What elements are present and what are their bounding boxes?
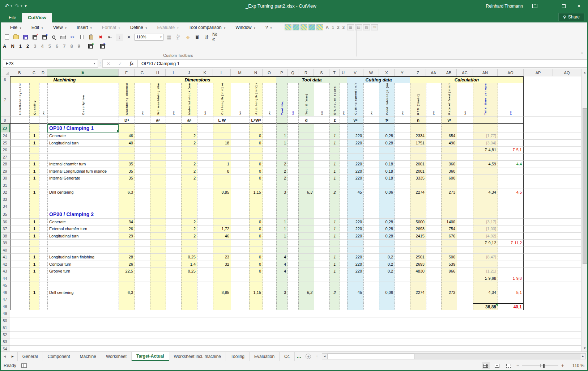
cell-S43[interactable] [314, 268, 329, 275]
field-header-D[interactable]: >= [39, 83, 47, 117]
cell-W27[interactable] [363, 154, 379, 161]
unit-header-S[interactable] [314, 117, 329, 124]
close-view-icon[interactable]: ✕ [125, 34, 133, 41]
cell-Q38[interactable] [287, 233, 298, 240]
cell-H30[interactable] [150, 175, 166, 182]
cell-V42[interactable]: 220 [347, 261, 363, 268]
cell-Z43[interactable]: 4830 [410, 268, 426, 275]
cell-AP47[interactable] [524, 296, 553, 303]
cell-B25[interactable] [10, 140, 29, 147]
cell-V49[interactable] [347, 310, 363, 317]
cell-Y52[interactable] [395, 332, 410, 339]
cell-E45[interactable] [47, 282, 119, 289]
cell-P23[interactable] [276, 124, 287, 132]
unit-header-V[interactable]: vc [347, 117, 363, 124]
cell-C24[interactable]: 1 [29, 132, 39, 140]
cell-C43[interactable]: 1 [29, 268, 39, 275]
cell-D33[interactable] [39, 196, 47, 203]
cell-AQ45[interactable] [553, 282, 581, 289]
unit-header-AQ[interactable] [553, 117, 581, 124]
cell-U38[interactable] [340, 233, 347, 240]
customize-qat-icon[interactable]: ▾̲ [23, 4, 29, 8]
cell-X53[interactable] [379, 338, 395, 346]
cell-N51[interactable] [249, 324, 263, 332]
cell-R32[interactable]: 6,3 [298, 189, 314, 196]
cell-I26[interactable] [166, 147, 181, 154]
cell-E25[interactable]: Longitudinal turn [47, 140, 119, 147]
cell-O53[interactable] [263, 338, 276, 346]
cell-M26[interactable] [231, 147, 249, 154]
cell-X50[interactable] [379, 317, 395, 325]
cell-K37[interactable] [197, 225, 213, 233]
calculator-icon[interactable]: ▦ [165, 34, 173, 41]
cell-AQ43[interactable] [553, 268, 581, 275]
cell-W46[interactable] [363, 289, 379, 296]
cell-N38[interactable]: 0 [249, 233, 263, 240]
cell-I40[interactable] [166, 247, 181, 254]
cell-Q46[interactable] [287, 289, 298, 296]
cell-K34[interactable] [197, 203, 213, 210]
cell-W37[interactable] [363, 225, 379, 233]
ribbon-display-options-icon[interactable] [529, 1, 541, 12]
cell-L29[interactable]: 8 [213, 168, 231, 175]
cell-AQ31[interactable] [553, 182, 581, 189]
cell-AO33[interactable] [498, 196, 524, 203]
cell-U23[interactable] [340, 124, 347, 132]
cell-Q23[interactable] [287, 124, 298, 132]
cell-AQ29[interactable] [553, 168, 581, 175]
cell-P52[interactable] [276, 332, 287, 339]
cell-G40[interactable] [135, 247, 150, 254]
cell-J33[interactable] [181, 196, 197, 203]
column-header-N[interactable]: N [249, 69, 263, 76]
cell-C35[interactable] [29, 210, 39, 219]
row-header-46[interactable]: 46 [0, 289, 10, 296]
cell-T44[interactable] [329, 275, 340, 282]
cell-V30[interactable]: 220 [347, 175, 363, 182]
cell-AQ50[interactable] [553, 317, 581, 325]
cell-C54[interactable] [29, 346, 39, 352]
cell-W36[interactable] [363, 219, 379, 226]
cell-T26[interactable] [329, 147, 340, 154]
cell-AQ6[interactable] [553, 76, 581, 83]
field-header-F[interactable]: Machining dimension [mm] [119, 83, 135, 117]
cell-F24[interactable]: 46 [119, 132, 135, 140]
cell-AQ52[interactable] [553, 332, 581, 339]
cell-P30[interactable]: 2 [276, 175, 287, 182]
cell-I28[interactable] [166, 161, 181, 168]
cell-X38[interactable]: 0,28 [379, 233, 395, 240]
select-all-corner[interactable] [0, 69, 10, 76]
cell-M49[interactable] [231, 310, 249, 317]
export-file-icon[interactable]: ↘ [41, 34, 48, 41]
cell-U27[interactable] [340, 154, 347, 161]
cell-AN36[interactable]: [3,17] [473, 219, 498, 226]
cell-Y23[interactable] [395, 124, 410, 132]
tab-overflow[interactable]: ... [295, 352, 304, 361]
cell-W35[interactable] [363, 210, 379, 219]
cell-Q36[interactable] [287, 219, 298, 226]
cell-N44[interactable] [249, 275, 263, 282]
cell-AN42[interactable] [473, 261, 498, 268]
cell-N45[interactable] [249, 282, 263, 289]
cell-M44[interactable] [231, 275, 249, 282]
cell-J36[interactable]: 2 [181, 219, 197, 226]
cell-R53[interactable] [298, 338, 314, 346]
cell-Y31[interactable] [395, 182, 410, 189]
cell-C45[interactable] [29, 282, 39, 289]
unit-header-H[interactable]: ae [150, 117, 166, 124]
field-header-AP[interactable] [524, 83, 553, 117]
cell-N30[interactable]: 0 [249, 175, 263, 182]
cell-L39[interactable] [213, 240, 231, 247]
cell-AQ40[interactable] [553, 247, 581, 254]
cell-P28[interactable]: 2 [276, 161, 287, 168]
cell-Z29[interactable]: 2001 [410, 168, 426, 175]
cell-Z39[interactable] [410, 240, 426, 247]
cell-M40[interactable] [231, 247, 249, 254]
cell-AP30[interactable] [524, 175, 553, 182]
cell-F45[interactable] [119, 282, 135, 289]
cell-W54[interactable] [363, 346, 379, 352]
cell-H35[interactable] [150, 210, 166, 219]
column-header-O[interactable]: O [263, 69, 276, 76]
cell-G48[interactable] [135, 303, 150, 311]
cell-O42[interactable] [263, 261, 276, 268]
cell-AN53[interactable] [473, 338, 498, 346]
